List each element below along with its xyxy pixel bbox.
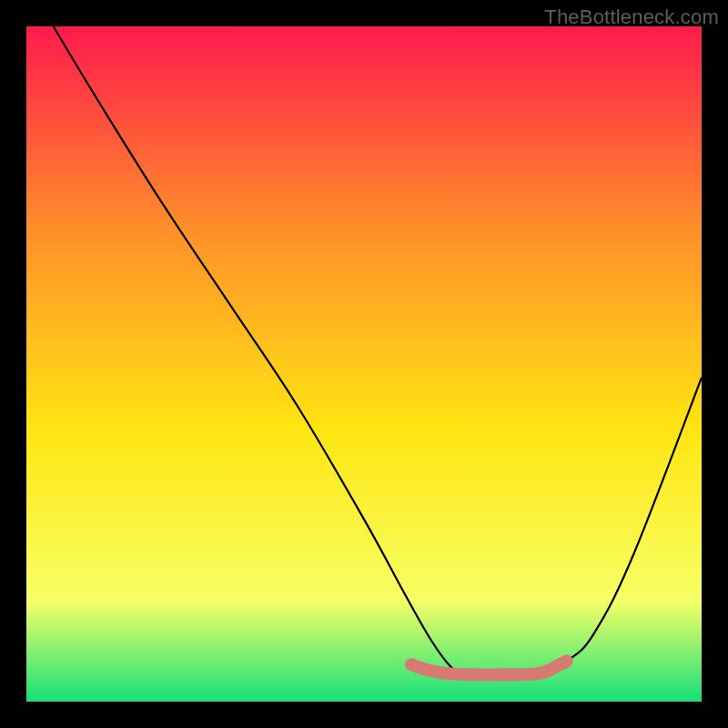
watermark-text: TheBottleneck.com [544, 5, 719, 29]
plot-background [26, 26, 702, 702]
bottleneck-chart [0, 0, 728, 728]
